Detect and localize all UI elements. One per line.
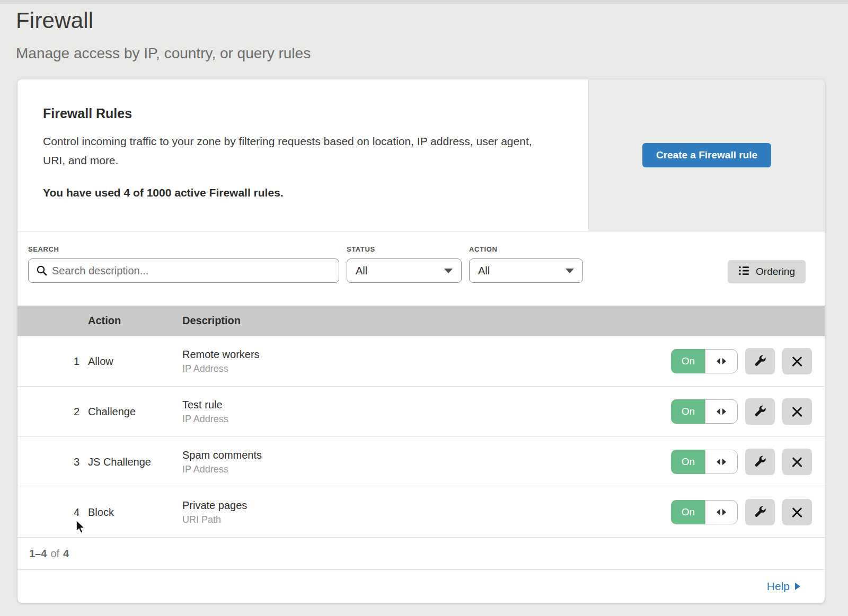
search-icon [36, 264, 48, 279]
rule-description: Remote workers [182, 349, 655, 361]
left-right-arrows-icon [717, 358, 720, 364]
configure-rule-button[interactable] [745, 398, 775, 425]
left-right-arrows-icon [722, 408, 726, 415]
delete-rule-button[interactable] [782, 398, 812, 425]
rule-action: Allow [88, 355, 182, 368]
rule-controls: On [655, 499, 825, 525]
search-input[interactable] [28, 258, 339, 283]
pagination-range: 1–4 [29, 548, 47, 560]
rule-description-cell: Spam comments IP Address [182, 449, 655, 475]
table-row: 3 JS Challenge Spam comments IP Address … [17, 436, 825, 487]
intro-text-block: Firewall Rules Control incoming traffic … [17, 79, 588, 231]
chevron-down-icon [444, 269, 453, 273]
rule-controls: On [655, 348, 825, 374]
rule-match-type: IP Address [182, 414, 655, 425]
table-row: 2 Challenge Test rule IP Address On [17, 386, 825, 436]
rule-controls: On [655, 398, 825, 425]
toggle-arrows-segment[interactable] [705, 450, 738, 474]
rule-description: Private pages [182, 499, 655, 512]
rule-enabled-toggle[interactable]: On [671, 399, 738, 424]
left-right-arrows-icon [717, 408, 720, 415]
intro-section: Firewall Rules Control incoming traffic … [17, 79, 825, 231]
pagination-total: 4 [63, 548, 69, 560]
x-icon [791, 506, 803, 518]
toggle-on-segment[interactable]: On [671, 349, 705, 373]
table-row: 1 Allow Remote workers IP Address On [17, 336, 825, 386]
card-footer: Help [17, 569, 825, 603]
intro-action-panel: Create a Firewall rule [588, 79, 825, 231]
delete-rule-button[interactable] [782, 499, 812, 525]
search-field-group: SEARCH [28, 245, 339, 283]
page-subtitle: Manage access by IP, country, or query r… [16, 45, 848, 62]
pagination-bar: 1–4 of 4 [17, 537, 825, 569]
x-icon [791, 406, 803, 417]
filter-bar: SEARCH STATUS All ACTION All [17, 231, 825, 306]
rule-description: Spam comments [182, 449, 655, 461]
configure-rule-button[interactable] [745, 499, 775, 525]
ordering-list-icon [738, 265, 750, 279]
delete-rule-button[interactable] [782, 449, 812, 475]
rule-action: JS Challenge [88, 456, 182, 468]
rule-priority: 2 [17, 406, 88, 418]
rule-match-type: IP Address [182, 464, 655, 475]
action-field-group: ACTION All [469, 245, 583, 283]
wrench-icon [753, 454, 767, 470]
delete-rule-button[interactable] [782, 348, 812, 374]
usage-note: You have used 4 of 1000 active Firewall … [43, 186, 556, 199]
status-selected-value: All [356, 265, 367, 277]
rule-description-cell: Remote workers IP Address [182, 349, 655, 374]
search-label: SEARCH [28, 245, 339, 253]
description-column-header: Description [182, 315, 655, 327]
rule-priority: 4 [17, 506, 88, 519]
toggle-on-segment[interactable]: On [671, 450, 705, 474]
toggle-on-segment[interactable]: On [671, 500, 705, 524]
rule-description-cell: Private pages URI Path [182, 499, 655, 525]
ordering-button[interactable]: Ordering [728, 260, 806, 283]
wrench-icon [753, 404, 767, 419]
pagination-of: of [50, 548, 59, 560]
rule-action: Block [88, 506, 182, 519]
search-input-wrap [28, 258, 339, 283]
toggle-arrows-segment[interactable] [705, 349, 738, 373]
rule-enabled-toggle[interactable]: On [671, 450, 738, 474]
x-icon [791, 456, 803, 468]
rule-action: Challenge [88, 406, 182, 418]
page-header: Firewall Manage access by IP, country, o… [0, 4, 848, 62]
rule-enabled-toggle[interactable]: On [671, 349, 738, 373]
rule-priority: 3 [17, 456, 88, 468]
rule-priority: 1 [17, 355, 88, 368]
action-select[interactable]: All [469, 258, 583, 283]
rule-description-cell: Test rule IP Address [182, 399, 655, 425]
toggle-arrows-segment[interactable] [705, 399, 738, 424]
toggle-on-segment[interactable]: On [671, 399, 705, 424]
toggle-arrows-segment[interactable] [705, 500, 738, 524]
help-link-label: Help [767, 580, 790, 593]
left-right-arrows-icon [722, 358, 726, 364]
left-right-arrows-icon [717, 509, 720, 515]
configure-rule-button[interactable] [745, 449, 775, 475]
rule-enabled-toggle[interactable]: On [671, 500, 738, 524]
ordering-button-label: Ordering [756, 266, 795, 278]
rule-controls: On [655, 449, 825, 475]
create-firewall-rule-button[interactable]: Create a Firewall rule [642, 143, 771, 167]
rule-match-type: URI Path [182, 514, 655, 525]
rule-description: Test rule [182, 399, 655, 411]
configure-rule-button[interactable] [745, 348, 775, 374]
status-field-group: STATUS All [347, 245, 462, 283]
wrench-icon [753, 354, 767, 369]
table-header: Action Description [17, 306, 825, 336]
chevron-down-icon [566, 269, 574, 273]
wrench-icon [753, 505, 767, 520]
help-link[interactable]: Help [767, 580, 800, 593]
rule-match-type: IP Address [182, 363, 655, 374]
page-title: Firewall [16, 8, 848, 33]
left-right-arrows-icon [717, 459, 720, 465]
x-icon [791, 355, 803, 367]
status-label: STATUS [347, 245, 462, 253]
arrow-right-icon [795, 583, 800, 590]
card-description: Control incoming traffic to your zone by… [43, 132, 546, 169]
status-select[interactable]: All [347, 258, 462, 283]
firewall-rules-card: Firewall Rules Control incoming traffic … [17, 79, 825, 603]
action-selected-value: All [478, 265, 490, 277]
card-heading: Firewall Rules [43, 106, 556, 121]
